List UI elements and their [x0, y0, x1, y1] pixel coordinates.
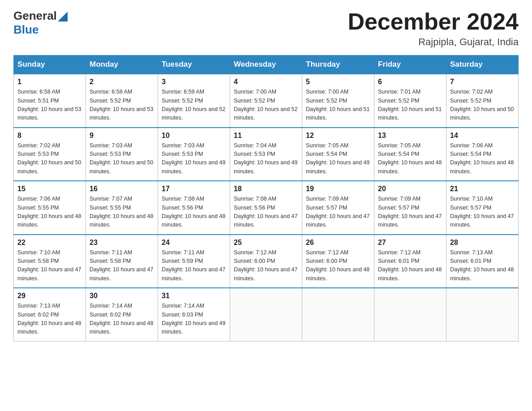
day-info: Sunrise: 7:11 AM Sunset: 5:58 PM Dayligh…: [90, 248, 154, 283]
calendar-day-cell: 6Sunrise: 7:01 AM Sunset: 5:52 PM Daylig…: [374, 74, 446, 128]
location-title: Rajpipla, Gujarat, India: [348, 36, 519, 48]
calendar-day-cell: 28Sunrise: 7:13 AM Sunset: 6:01 PM Dayli…: [446, 235, 519, 288]
day-info: Sunrise: 7:06 AM Sunset: 5:54 PM Dayligh…: [450, 141, 515, 176]
day-number: 18: [234, 185, 298, 193]
logo-triangle-icon: [58, 12, 68, 21]
day-number: 3: [162, 78, 226, 86]
day-number: 12: [306, 132, 370, 140]
calendar-day-cell: 2Sunrise: 6:58 AM Sunset: 5:52 PM Daylig…: [86, 74, 158, 128]
day-info: Sunrise: 7:04 AM Sunset: 5:53 PM Dayligh…: [234, 141, 298, 176]
calendar-day-cell: 17Sunrise: 7:08 AM Sunset: 5:56 PM Dayli…: [158, 181, 230, 235]
day-number: 17: [162, 185, 226, 193]
calendar-day-cell: [374, 288, 446, 341]
day-number: 11: [234, 132, 298, 140]
calendar-day-cell: 14Sunrise: 7:06 AM Sunset: 5:54 PM Dayli…: [446, 128, 519, 181]
day-info: Sunrise: 7:02 AM Sunset: 5:53 PM Dayligh…: [17, 141, 82, 176]
day-info: Sunrise: 7:09 AM Sunset: 5:57 PM Dayligh…: [378, 195, 442, 230]
day-number: 20: [378, 185, 442, 193]
day-info: Sunrise: 7:12 AM Sunset: 6:01 PM Dayligh…: [378, 248, 442, 283]
calendar-day-cell: 19Sunrise: 7:09 AM Sunset: 5:57 PM Dayli…: [302, 181, 374, 235]
calendar-day-header: Saturday: [446, 56, 519, 74]
page-header: General Blue December 2024 Rajpipla, Guj…: [13, 9, 519, 48]
logo: General Blue: [13, 9, 68, 37]
calendar-day-cell: 9Sunrise: 7:03 AM Sunset: 5:53 PM Daylig…: [86, 128, 158, 181]
calendar-day-cell: 16Sunrise: 7:07 AM Sunset: 5:55 PM Dayli…: [86, 181, 158, 235]
calendar-week-row: 1Sunrise: 6:58 AM Sunset: 5:51 PM Daylig…: [14, 74, 519, 128]
day-info: Sunrise: 7:13 AM Sunset: 6:02 PM Dayligh…: [17, 302, 82, 337]
day-number: 21: [450, 185, 515, 193]
day-info: Sunrise: 7:13 AM Sunset: 6:01 PM Dayligh…: [450, 248, 515, 283]
calendar-day-cell: 21Sunrise: 7:10 AM Sunset: 5:57 PM Dayli…: [446, 181, 519, 235]
calendar-day-cell: 31Sunrise: 7:14 AM Sunset: 6:03 PM Dayli…: [158, 288, 230, 341]
day-info: Sunrise: 7:12 AM Sunset: 6:00 PM Dayligh…: [234, 248, 298, 283]
day-number: 24: [162, 239, 226, 247]
day-info: Sunrise: 7:05 AM Sunset: 5:54 PM Dayligh…: [378, 141, 442, 176]
day-number: 8: [17, 132, 82, 140]
logo-blue-text: Blue: [13, 23, 39, 36]
calendar-day-cell: 3Sunrise: 6:59 AM Sunset: 5:52 PM Daylig…: [158, 74, 230, 128]
day-number: 22: [17, 239, 82, 247]
day-info: Sunrise: 7:14 AM Sunset: 6:02 PM Dayligh…: [90, 302, 154, 337]
day-info: Sunrise: 7:02 AM Sunset: 5:52 PM Dayligh…: [450, 88, 515, 123]
day-info: Sunrise: 7:03 AM Sunset: 5:53 PM Dayligh…: [90, 141, 154, 176]
calendar-day-cell: 26Sunrise: 7:12 AM Sunset: 6:00 PM Dayli…: [302, 235, 374, 288]
day-number: 4: [234, 78, 298, 86]
calendar-day-cell: 25Sunrise: 7:12 AM Sunset: 6:00 PM Dayli…: [230, 235, 302, 288]
day-number: 6: [378, 78, 442, 86]
calendar-week-row: 8Sunrise: 7:02 AM Sunset: 5:53 PM Daylig…: [14, 128, 519, 181]
day-number: 23: [90, 239, 154, 247]
day-number: 27: [378, 239, 442, 247]
day-number: 26: [306, 239, 370, 247]
day-info: Sunrise: 7:09 AM Sunset: 5:57 PM Dayligh…: [306, 195, 370, 230]
month-title: December 2024: [348, 9, 519, 34]
day-info: Sunrise: 7:10 AM Sunset: 5:57 PM Dayligh…: [450, 195, 515, 230]
calendar-day-cell: 30Sunrise: 7:14 AM Sunset: 6:02 PM Dayli…: [86, 288, 158, 341]
day-info: Sunrise: 6:58 AM Sunset: 5:52 PM Dayligh…: [90, 88, 154, 123]
day-number: 14: [450, 132, 515, 140]
calendar-day-cell: 18Sunrise: 7:08 AM Sunset: 5:56 PM Dayli…: [230, 181, 302, 235]
calendar-table: SundayMondayTuesdayWednesdayThursdayFrid…: [13, 55, 519, 342]
day-info: Sunrise: 7:08 AM Sunset: 5:56 PM Dayligh…: [234, 195, 298, 230]
calendar-day-header: Sunday: [14, 56, 86, 74]
day-info: Sunrise: 7:05 AM Sunset: 5:54 PM Dayligh…: [306, 141, 370, 176]
logo-general-text: General: [13, 9, 57, 23]
calendar-day-cell: 13Sunrise: 7:05 AM Sunset: 5:54 PM Dayli…: [374, 128, 446, 181]
calendar-day-header: Thursday: [302, 56, 374, 74]
day-number: 1: [17, 78, 82, 86]
day-info: Sunrise: 6:59 AM Sunset: 5:52 PM Dayligh…: [162, 88, 226, 123]
day-info: Sunrise: 7:07 AM Sunset: 5:55 PM Dayligh…: [90, 195, 154, 230]
calendar-day-header: Wednesday: [230, 56, 302, 74]
day-number: 13: [378, 132, 442, 140]
calendar-day-cell: 7Sunrise: 7:02 AM Sunset: 5:52 PM Daylig…: [446, 74, 519, 128]
calendar-day-cell: 12Sunrise: 7:05 AM Sunset: 5:54 PM Dayli…: [302, 128, 374, 181]
day-info: Sunrise: 7:00 AM Sunset: 5:52 PM Dayligh…: [234, 88, 298, 123]
calendar-day-cell: 8Sunrise: 7:02 AM Sunset: 5:53 PM Daylig…: [14, 128, 86, 181]
day-info: Sunrise: 7:10 AM Sunset: 5:58 PM Dayligh…: [17, 248, 82, 283]
calendar-week-row: 22Sunrise: 7:10 AM Sunset: 5:58 PM Dayli…: [14, 235, 519, 288]
calendar-day-cell: 23Sunrise: 7:11 AM Sunset: 5:58 PM Dayli…: [86, 235, 158, 288]
day-number: 10: [162, 132, 226, 140]
calendar-day-cell: 10Sunrise: 7:03 AM Sunset: 5:53 PM Dayli…: [158, 128, 230, 181]
day-number: 16: [90, 185, 154, 193]
day-info: Sunrise: 7:01 AM Sunset: 5:52 PM Dayligh…: [378, 88, 442, 123]
day-number: 9: [90, 132, 154, 140]
day-number: 2: [90, 78, 154, 86]
day-number: 5: [306, 78, 370, 86]
day-number: 28: [450, 239, 515, 247]
day-number: 29: [17, 292, 82, 300]
calendar-day-cell: 5Sunrise: 7:00 AM Sunset: 5:52 PM Daylig…: [302, 74, 374, 128]
day-info: Sunrise: 6:58 AM Sunset: 5:51 PM Dayligh…: [17, 88, 82, 123]
calendar-day-cell: 29Sunrise: 7:13 AM Sunset: 6:02 PM Dayli…: [14, 288, 86, 341]
calendar-day-cell: 11Sunrise: 7:04 AM Sunset: 5:53 PM Dayli…: [230, 128, 302, 181]
calendar-day-cell: 24Sunrise: 7:11 AM Sunset: 5:59 PM Dayli…: [158, 235, 230, 288]
day-info: Sunrise: 7:03 AM Sunset: 5:53 PM Dayligh…: [162, 141, 226, 176]
svg-marker-0: [58, 12, 68, 21]
calendar-day-header: Tuesday: [158, 56, 230, 74]
day-number: 30: [90, 292, 154, 300]
day-number: 7: [450, 78, 515, 86]
calendar-day-cell: 22Sunrise: 7:10 AM Sunset: 5:58 PM Dayli…: [14, 235, 86, 288]
calendar-day-cell: 20Sunrise: 7:09 AM Sunset: 5:57 PM Dayli…: [374, 181, 446, 235]
calendar-day-cell: [302, 288, 374, 341]
calendar-day-cell: 15Sunrise: 7:06 AM Sunset: 5:55 PM Dayli…: [14, 181, 86, 235]
day-info: Sunrise: 7:00 AM Sunset: 5:52 PM Dayligh…: [306, 88, 370, 123]
